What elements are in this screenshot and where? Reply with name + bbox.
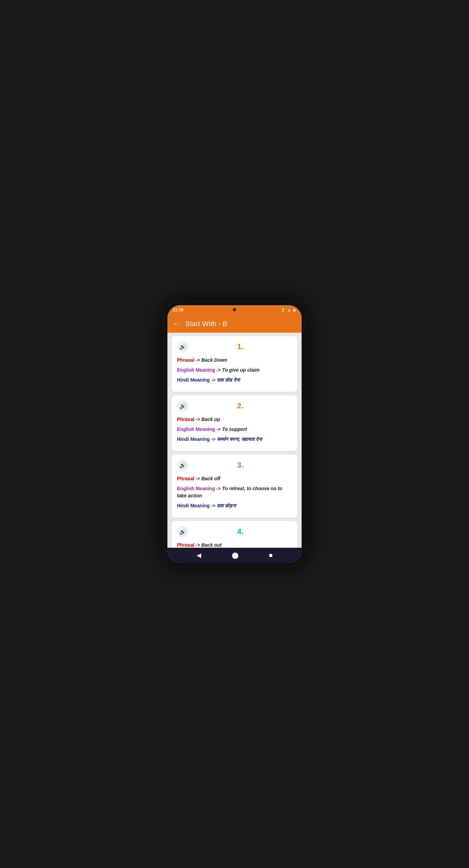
card-4-header: 🔊 4. (177, 526, 292, 537)
english-value-1: To give up claim (222, 367, 259, 373)
hindi-value-3: दावा छोड़ना (217, 503, 236, 508)
phrasal-label-1: Phrasal (177, 357, 194, 363)
nav-back-button[interactable]: ◀ (197, 551, 201, 559)
phrasal-value-4: Back out (201, 542, 221, 548)
app-bar: ← Start With - B (167, 315, 302, 333)
content-area: 🔊 1. Phrasal -> Back Down English Meanin… (167, 333, 302, 548)
card-2-english: English Meaning -> To support (177, 426, 292, 433)
speaker-icon-2: 🔊 (179, 403, 186, 409)
hindi-arrow-1: -> (211, 377, 217, 383)
signal-icon: ▲ (287, 308, 291, 312)
card-3-hindi: Hindi Meaning -> दावा छोड़ना (177, 502, 292, 509)
arrow-3: -> (195, 476, 201, 481)
english-value-2: To support (222, 426, 247, 432)
hindi-arrow-2: -> (211, 436, 217, 442)
english-arrow-1: -> (216, 367, 222, 373)
card-number-2: 2. (189, 401, 292, 410)
card-1: 🔊 1. Phrasal -> Back Down English Meanin… (172, 336, 297, 392)
back-button[interactable]: ← (173, 319, 180, 328)
arrow-4: -> (195, 542, 201, 548)
arrow-1: -> (195, 357, 201, 363)
phrasal-label-2: Phrasal (177, 417, 194, 422)
speaker-icon-4: 🔊 (179, 529, 186, 535)
card-2-header: 🔊 2. (177, 400, 292, 412)
hindi-value-1: दावा छोड देना (217, 377, 240, 383)
card-1-english: English Meaning -> To give up claim (177, 367, 292, 374)
camera-notch (233, 308, 236, 311)
card-1-header: 🔊 1. (177, 341, 292, 352)
battery-icon: 🔋 (281, 308, 286, 312)
card-4-phrasal: Phrasal -> Back out (177, 542, 292, 548)
sound-button-4[interactable]: 🔊 (177, 526, 189, 537)
card-3-header: 🔊 3. (177, 459, 292, 471)
sound-button-2[interactable]: 🔊 (177, 400, 189, 412)
card-2-hindi: Hindi Meaning -> समर्थन करना, सहायता देन… (177, 436, 292, 443)
sound-button-1[interactable]: 🔊 (177, 341, 189, 352)
card-number-1: 1. (189, 342, 292, 351)
status-time: 11:39 (173, 308, 183, 312)
card-2-phrasal: Phrasal -> Back up (177, 416, 292, 423)
english-label-3: English Meaning (177, 486, 215, 491)
english-arrow-2: -> (216, 426, 222, 432)
card-3-english: English Meaning -> To retreat, to choose… (177, 485, 292, 499)
arrow-2: -> (195, 417, 201, 422)
card-2: 🔊 2. Phrasal -> Back up English Meaning … (172, 395, 297, 451)
hindi-value-2: समर्थन करना, सहायता देना (217, 436, 262, 442)
english-label-1: English Meaning (177, 367, 215, 373)
phone-frame: 11:39 🔋 ▲ ◉ ← Start With - B 🔊 1. (163, 300, 306, 568)
english-label-2: English Meaning (177, 426, 215, 432)
nav-home-button[interactable]: ⬤ (232, 551, 239, 559)
status-icons: 🔋 ▲ ◉ (281, 308, 296, 312)
phrasal-label-4: Phrasal (177, 542, 194, 548)
card-3-phrasal: Phrasal -> Back off (177, 475, 292, 482)
hindi-label-3: Hindi Meaning (177, 503, 210, 508)
speaker-icon-3: 🔊 (179, 462, 186, 469)
hindi-label-1: Hindi Meaning (177, 377, 210, 383)
sound-button-3[interactable]: 🔊 (177, 459, 189, 471)
speaker-icon-1: 🔊 (179, 344, 186, 350)
phrasal-label-3: Phrasal (177, 476, 194, 481)
phrasal-value-3: Back off (201, 476, 220, 481)
nav-recent-button[interactable]: ■ (269, 552, 273, 559)
hindi-label-2: Hindi Meaning (177, 436, 210, 442)
card-number-3: 3. (189, 461, 292, 470)
phrasal-value-1: Back Down (201, 357, 227, 363)
english-arrow-3: -> (216, 486, 222, 491)
app-title: Start With - B (185, 320, 227, 328)
card-1-hindi: Hindi Meaning -> दावा छोड देना (177, 376, 292, 384)
nav-bar: ◀ ⬤ ■ (167, 548, 302, 563)
sim-icon: ◉ (293, 308, 296, 312)
phone-screen: 11:39 🔋 ▲ ◉ ← Start With - B 🔊 1. (167, 305, 302, 563)
phrasal-value-2: Back up (201, 417, 220, 422)
card-1-phrasal: Phrasal -> Back Down (177, 357, 292, 364)
card-4: 🔊 4. Phrasal -> Back out English Meaning… (172, 521, 297, 548)
card-3: 🔊 3. Phrasal -> Back off English Meaning… (172, 455, 297, 518)
hindi-arrow-3: -> (211, 503, 217, 508)
card-number-4: 4. (189, 527, 292, 536)
